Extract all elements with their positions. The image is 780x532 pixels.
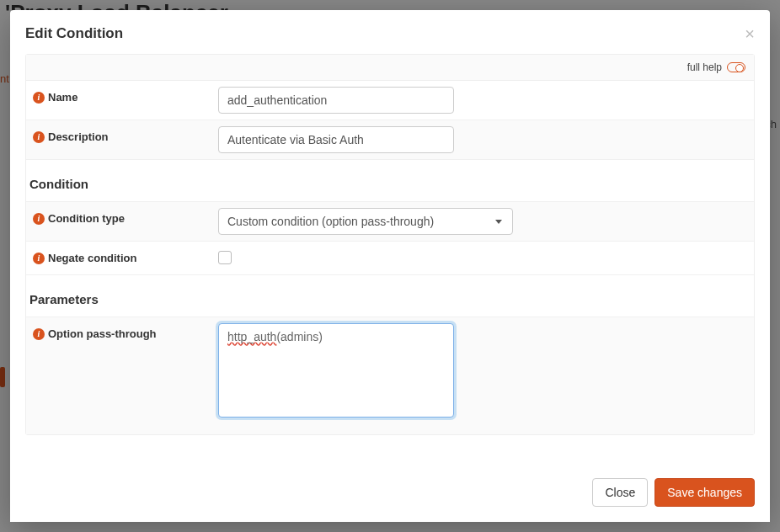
row-description: i Description xyxy=(26,120,754,160)
label-negate: i Negate condition xyxy=(26,242,203,274)
label-passthrough-text: Option pass-through xyxy=(48,327,157,340)
section-title-parameters: Parameters xyxy=(26,275,754,317)
info-icon[interactable]: i xyxy=(33,131,45,143)
condition-type-select[interactable]: Custom condition (option pass-through) xyxy=(218,208,513,235)
form-panel: full help i Name i Description xyxy=(25,54,755,435)
row-condition-type: i Condition type Custom condition (optio… xyxy=(26,201,754,242)
full-help-label: full help xyxy=(687,61,722,73)
modal-body: full help i Name i Description xyxy=(10,54,770,465)
description-input[interactable] xyxy=(218,126,454,153)
condition-type-value: Custom condition (option pass-through) xyxy=(227,215,434,228)
info-icon[interactable]: i xyxy=(33,92,45,104)
label-name: i Name xyxy=(26,81,203,114)
panel-toolbar: full help xyxy=(26,55,754,81)
label-description: i Description xyxy=(26,120,203,153)
label-condition-type: i Condition type xyxy=(26,202,203,235)
label-passthrough: i Option pass-through xyxy=(26,317,203,350)
label-negate-text: Negate condition xyxy=(48,252,136,264)
close-icon[interactable]: × xyxy=(745,25,755,42)
row-name: i Name xyxy=(26,81,754,120)
section-title-condition: Condition xyxy=(26,160,754,201)
close-button[interactable]: Close xyxy=(592,478,648,507)
info-icon[interactable]: i xyxy=(33,328,45,340)
label-condition-type-text: Condition type xyxy=(48,212,125,225)
chevron-down-icon xyxy=(495,220,502,224)
negate-checkbox[interactable] xyxy=(218,251,232,264)
save-button[interactable]: Save changes xyxy=(654,478,755,507)
label-description-text: Description xyxy=(48,130,109,143)
modal-footer: Close Save changes xyxy=(10,465,770,522)
modal-title: Edit Condition xyxy=(25,25,123,42)
row-passthrough: i Option pass-through http_auth(admins) xyxy=(26,317,754,434)
passthrough-textarea[interactable] xyxy=(218,323,454,418)
row-negate: i Negate condition xyxy=(26,242,754,275)
info-icon[interactable]: i xyxy=(33,253,45,264)
label-name-text: Name xyxy=(48,91,77,104)
edit-condition-modal: Edit Condition × full help i Name xyxy=(10,10,770,522)
viewport: 'Proxy Load Balancer nt ch Edit Conditio… xyxy=(0,0,780,532)
info-icon[interactable]: i xyxy=(33,213,45,225)
name-input[interactable] xyxy=(218,87,454,114)
modal-header: Edit Condition × xyxy=(10,10,770,54)
full-help-toggle[interactable] xyxy=(727,62,745,72)
